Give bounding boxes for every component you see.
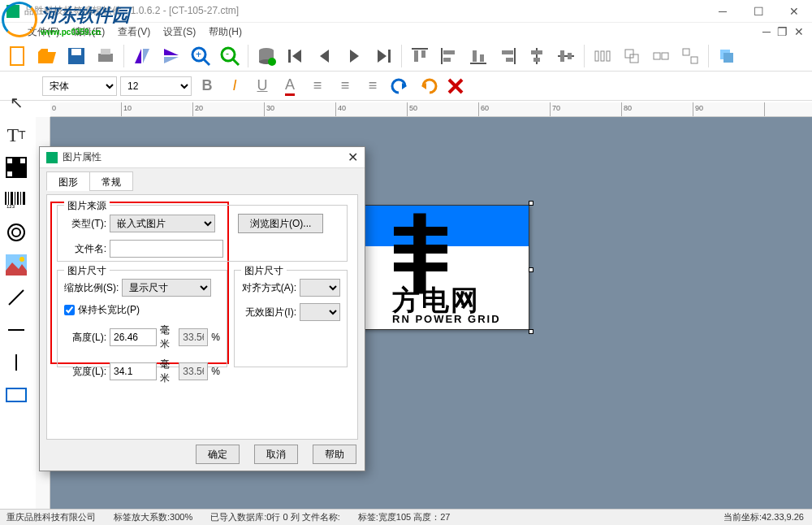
svg-rect-24 [473, 50, 477, 62]
rect-tool[interactable] [3, 382, 29, 408]
align-bottom-button[interactable] [465, 43, 491, 69]
svg-rect-31 [533, 58, 540, 62]
svg-rect-2 [71, 49, 81, 55]
zoom-out-button[interactable]: - [217, 43, 243, 69]
scale-select[interactable]: 显示尺寸 [122, 279, 211, 297]
svg-rect-35 [595, 51, 598, 61]
image-properties-dialog: 图片属性 ✕ 图形 常规 图片来源 类型(T): 嵌入式图片 浏览图片(O)..… [39, 146, 365, 471]
title-bar: 品胜科技标签编辑软件 - 1.0.6.2 - [CT-105-27.ctm] ─… [0, 0, 812, 23]
print-button[interactable] [93, 43, 119, 69]
align-left-button[interactable] [436, 43, 462, 69]
font-family-select[interactable]: 宋体 [42, 76, 117, 96]
align-center-text-button[interactable]: ≡ [333, 74, 357, 98]
align-right-button[interactable] [495, 43, 520, 69]
type-select[interactable]: 嵌入式图片 [110, 215, 215, 232]
dialog-titlebar[interactable]: 图片属性 ✕ [40, 147, 365, 168]
status-zoom: 标签放大系数:300% [114, 511, 192, 523]
filename-input[interactable] [110, 240, 223, 258]
dialog-close-button[interactable]: ✕ [348, 150, 358, 165]
type-label: 类型(T): [64, 217, 106, 231]
nav-last-button[interactable] [370, 43, 396, 69]
font-size-select[interactable]: 12 [120, 76, 192, 96]
mdi-restore[interactable]: ❐ [777, 25, 788, 38]
tab-general[interactable]: 常规 [89, 171, 133, 191]
svg-rect-34 [568, 53, 572, 59]
svg-rect-18 [414, 50, 418, 62]
line-tool[interactable] [3, 284, 29, 310]
height-input[interactable] [110, 328, 157, 346]
redo-button[interactable] [416, 74, 440, 98]
align-right-text-button[interactable]: ≡ [361, 74, 385, 98]
menu-file[interactable]: 文件(F) [28, 25, 59, 39]
nav-prev-button[interactable] [312, 43, 338, 69]
group-size-right-label: 图片尺寸 [241, 264, 287, 278]
svg-rect-48 [20, 158, 25, 163]
window-maximize[interactable]: ☐ [741, 0, 776, 23]
nav-first-button[interactable] [283, 43, 309, 69]
text-tool[interactable]: TT [3, 122, 29, 148]
spiral-tool[interactable] [3, 219, 29, 245]
svg-rect-55 [20, 192, 21, 205]
text-color-button[interactable]: A [278, 74, 302, 98]
tab-shape[interactable]: 图形 [46, 171, 90, 191]
zoom-in-button[interactable]: + [188, 43, 214, 69]
scale-label: 缩放比例(S): [64, 281, 119, 295]
window-close[interactable]: ✕ [776, 0, 812, 23]
svg-text:+: + [196, 49, 201, 60]
nav-next-button[interactable] [341, 43, 367, 69]
flip-v-button[interactable] [158, 43, 184, 69]
group-button[interactable] [648, 43, 674, 69]
size-button[interactable] [619, 43, 645, 69]
cancel-button[interactable]: 取消 [254, 445, 298, 464]
hline-tool[interactable] [3, 317, 29, 343]
status-db: 已导入数据库:0行 0 列 文件名称: [210, 511, 340, 523]
height-pct [179, 328, 208, 346]
bold-button[interactable]: B [195, 74, 219, 98]
open-button[interactable] [34, 43, 60, 69]
distribute-h-button[interactable] [590, 43, 615, 69]
new-button[interactable] [5, 43, 31, 69]
width-pct [179, 362, 208, 380]
copy-button[interactable] [714, 43, 740, 69]
image-tool[interactable] [3, 252, 29, 278]
invalid-select[interactable] [300, 303, 340, 321]
align-top-button[interactable] [407, 43, 433, 69]
menu-settings[interactable]: 设置(S) [163, 25, 196, 39]
pointer-tool[interactable]: ↖ [3, 89, 29, 115]
dialog-body: 图片来源 类型(T): 嵌入式图片 浏览图片(O)... 文件名: 图片尺寸 缩… [46, 194, 358, 440]
flip-h-button[interactable] [129, 43, 155, 69]
width-input[interactable] [110, 362, 157, 380]
window-minimize[interactable]: ─ [705, 0, 741, 23]
svg-point-59 [12, 228, 20, 236]
vline-tool[interactable] [3, 349, 29, 375]
menu-edit[interactable]: 编辑(E) [72, 25, 105, 39]
browse-button[interactable]: 浏览图片(O)... [238, 214, 323, 233]
dialog-buttons: 确定 取消 帮助 [196, 445, 356, 464]
align-center-v-button[interactable] [553, 43, 579, 69]
menu-help[interactable]: 帮助(H) [209, 25, 242, 39]
ok-button[interactable]: 确定 [196, 445, 240, 464]
mdi-close[interactable]: ✕ [794, 25, 804, 38]
underline-button[interactable]: U [250, 74, 274, 98]
status-coord: 当前坐标:42.33,9.26 [723, 511, 804, 523]
svg-rect-19 [421, 50, 425, 58]
svg-rect-49 [7, 171, 12, 176]
svg-rect-27 [502, 50, 513, 54]
save-button[interactable] [63, 43, 89, 69]
align-left-text-button[interactable]: ≡ [305, 74, 330, 98]
align-select[interactable] [300, 279, 340, 297]
barcode-tool[interactable]: 123 [3, 187, 29, 213]
dialog-title: 图片属性 [63, 150, 102, 164]
align-center-h-button[interactable] [524, 43, 550, 69]
database-button[interactable] [253, 43, 279, 69]
qr-tool[interactable] [3, 154, 29, 180]
dialog-icon [46, 152, 58, 163]
undo-button[interactable] [388, 74, 412, 98]
mdi-minimize[interactable]: ─ [762, 25, 771, 38]
help-button[interactable]: 帮助 [313, 445, 356, 464]
menu-view[interactable]: 查看(V) [118, 25, 150, 39]
delete-button[interactable] [443, 74, 468, 98]
ungroup-button[interactable] [677, 43, 703, 69]
italic-button[interactable]: I [222, 74, 247, 98]
keep-ratio-checkbox[interactable] [64, 305, 75, 315]
